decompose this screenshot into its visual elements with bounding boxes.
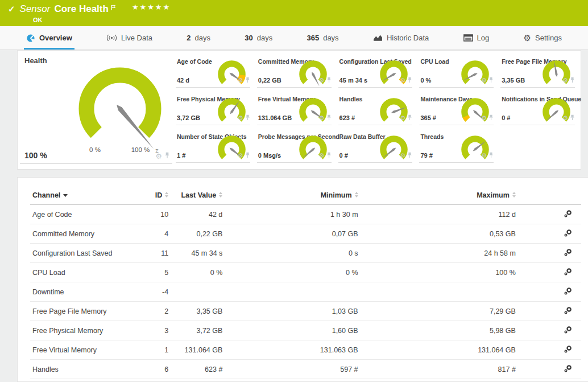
pin-icon[interactable] <box>245 75 250 85</box>
sort-icon <box>165 192 168 198</box>
tab-label: Live Data <box>121 34 152 42</box>
pin-icon[interactable] <box>245 113 250 123</box>
channel-settings-icon[interactable] <box>564 289 572 297</box>
table-row: Free Page File Memory23,35 GB1,03 GB7,29… <box>30 302 581 321</box>
gauge-cell: Handles623 #⚙ <box>338 93 413 125</box>
status-badge: OK <box>33 17 582 23</box>
pin-icon[interactable] <box>570 113 575 123</box>
gear-icon[interactable]: ⚙ <box>562 115 568 121</box>
cell-last-value: 131.064 GB <box>171 340 225 360</box>
pin-icon[interactable] <box>407 75 412 85</box>
gear-icon[interactable]: ⚙ <box>319 115 325 121</box>
tab-label: Overview <box>39 34 72 42</box>
channel-settings-icon[interactable] <box>564 347 572 355</box>
gauge-cell: Number of State Objects1 #⚙ <box>176 130 250 163</box>
gear-icon[interactable]: ⚙ <box>155 153 162 160</box>
tab-label: days <box>257 34 272 42</box>
gear-icon[interactable]: ⚙ <box>238 115 243 121</box>
tab-30-days[interactable]: 30days <box>242 26 275 50</box>
tab-overview[interactable]: Overview <box>24 26 74 50</box>
tab-live-data[interactable]: Live Data <box>104 26 155 50</box>
health-gauge-cell: Health 0 %100 %Σ 100 % ⚙ <box>18 51 175 169</box>
cell-channel: Configuration Last Saved <box>30 244 138 263</box>
table-row: Handles6623 #597 #817 # <box>30 360 581 379</box>
channel-settings-icon[interactable] <box>564 269 572 277</box>
pin-icon[interactable] <box>488 75 494 85</box>
column-header-minimum[interactable]: Minimum <box>225 187 360 205</box>
gauge-value: 131.064 GB <box>258 114 292 121</box>
cell-minimum <box>225 282 360 302</box>
pin-icon[interactable] <box>488 113 494 123</box>
gauge-title: Threads <box>420 133 444 140</box>
cell-minimum: 597 # <box>225 360 360 379</box>
gear-icon[interactable]: ⚙ <box>481 77 487 84</box>
channel-settings-icon[interactable] <box>564 211 572 219</box>
cell-minimum: 0 % <box>225 263 360 282</box>
gauge-title: Age of Code <box>177 58 212 65</box>
pin-icon[interactable] <box>164 151 170 161</box>
pin-icon[interactable] <box>326 150 332 161</box>
channel-settings-icon[interactable] <box>564 327 572 335</box>
pin-icon[interactable] <box>570 75 575 85</box>
column-header-channel[interactable]: Channel <box>30 187 138 205</box>
gear-icon[interactable]: ⚙ <box>400 153 406 159</box>
tab-settings[interactable]: ⚙Settings <box>521 26 564 50</box>
channel-settings-icon[interactable] <box>564 308 572 316</box>
cell-last-value: 623 # <box>171 360 225 379</box>
channel-settings-icon[interactable] <box>564 231 572 239</box>
gear-icon[interactable]: ⚙ <box>319 77 325 84</box>
gauge-cell: Free Physical Memory3,72 GB⚙ <box>176 93 250 125</box>
gear-icon[interactable]: ⚙ <box>481 115 487 121</box>
cell-id: 6 <box>138 360 171 379</box>
tab-365-days[interactable]: 365days <box>304 26 341 50</box>
tab-2-days[interactable]: 2days <box>184 26 213 50</box>
channel-settings-icon[interactable] <box>564 366 572 374</box>
gauge-icon <box>26 34 35 43</box>
column-header-last-value[interactable]: Last Value <box>171 187 225 205</box>
pin-icon[interactable] <box>245 150 250 161</box>
gear-icon[interactable]: ⚙ <box>562 77 568 84</box>
cell-last-value: 0 % <box>171 263 225 282</box>
cell-last-value: 45 m 34 s <box>171 244 225 263</box>
cell-channel: Free Page File Memory <box>30 302 138 321</box>
channel-settings-icon[interactable] <box>564 250 572 258</box>
cell-id: 3 <box>138 321 171 340</box>
pin-icon[interactable] <box>407 150 412 161</box>
priority-stars[interactable]: ★★★★★ <box>132 3 171 11</box>
table-row: Free Virtual Memory1131.064 GB131.063 GB… <box>30 340 581 360</box>
channel-table-panel: ChannelIDLast ValueMinimumMaximum Age of… <box>17 177 588 382</box>
gauge-title: CPU Load <box>420 58 449 65</box>
column-label: ID <box>155 191 163 199</box>
tab-log[interactable]: Log <box>461 26 492 50</box>
flag-icon[interactable] <box>111 3 116 13</box>
gear-icon[interactable]: ⚙ <box>400 77 406 84</box>
cell-minimum: 0 s <box>225 244 360 263</box>
table-row: Committed Memory40,22 GB0,07 GB0,53 GB <box>30 224 581 244</box>
cell-minimum: 0 % <box>225 379 360 382</box>
cell-channel: Age of Code <box>30 205 138 224</box>
tab-historic-data[interactable]: Historic Data <box>371 26 431 50</box>
gear-icon[interactable]: ⚙ <box>400 115 406 121</box>
gauge-title: Health <box>24 56 47 65</box>
tab-number: 2 <box>187 34 191 42</box>
cell-maximum: 100 % <box>361 379 518 382</box>
cell-id: 2 <box>138 302 171 321</box>
cell-channel: Committed Memory <box>30 224 138 244</box>
pin-icon[interactable] <box>407 113 412 123</box>
column-header-maximum[interactable]: Maximum <box>361 187 518 205</box>
cell-divider <box>20 163 172 164</box>
gear-icon[interactable]: ⚙ <box>238 153 243 159</box>
gear-icon[interactable]: ⚙ <box>481 153 487 159</box>
table-row: CPU Load50 %0 %100 % <box>30 263 581 282</box>
gear-icon[interactable]: ⚙ <box>238 77 243 84</box>
cell-minimum: 1,03 GB <box>225 302 360 321</box>
pin-icon[interactable] <box>326 75 332 85</box>
cell-maximum: 5,98 GB <box>361 321 518 340</box>
column-header-id[interactable]: ID <box>138 187 171 205</box>
pin-icon[interactable] <box>326 113 332 123</box>
pin-icon[interactable] <box>488 150 494 161</box>
gauge-value: 0,22 GB <box>258 77 281 84</box>
gear-icon[interactable]: ⚙ <box>319 153 325 159</box>
health-gauge: 0 %100 %Σ <box>63 57 177 158</box>
cell-channel: Free Physical Memory <box>30 321 138 340</box>
